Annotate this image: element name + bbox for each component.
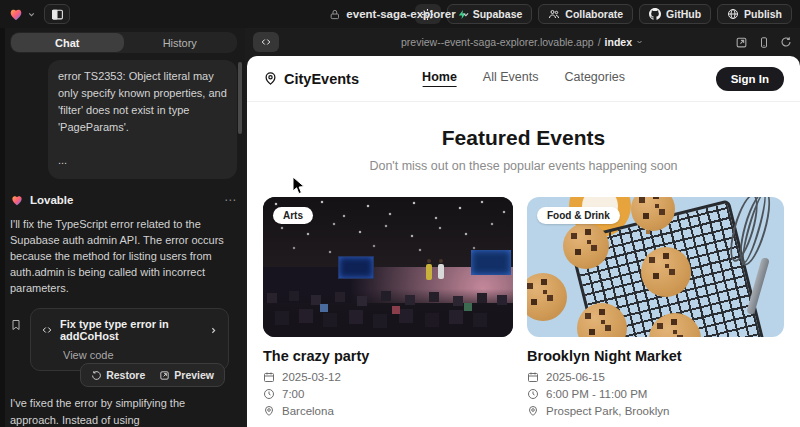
message-action-bar: Restore Preview [80,363,225,387]
lock-icon [329,9,340,20]
user-message-bubble: error TS2353: Object literal may only sp… [48,60,237,179]
lovable-heart-icon [8,6,24,22]
chevron-down-icon [636,38,644,46]
site-brand[interactable]: CityEvents [263,71,359,87]
tool-call-title: Fix type type error in addCoHost [60,318,202,342]
site-header: CityEvents Home All Events Categories Si… [247,56,800,102]
project-name: event-saga-explorer [346,8,455,20]
bookmark-icon[interactable] [10,318,22,332]
site-brand-name: CityEvents [284,71,359,87]
user-message-ellipsis: ... [58,152,227,169]
clock-icon [527,388,539,400]
panel-icon [51,8,64,21]
event-date: 2025-06-15 [546,371,605,383]
assistant-message-1: I'll fix the TypeScript error related to… [10,216,237,296]
preview-label: Preview [174,369,214,381]
section-subtitle: Don't miss out on these popular events h… [247,159,800,173]
restore-label: Restore [106,369,145,381]
preview-toolbar: preview--event-saga-explorer.lovable.app… [245,28,800,56]
open-in-new-tab-button[interactable] [735,36,748,49]
github-button[interactable]: GitHub [639,4,711,24]
refresh-button[interactable] [780,36,792,48]
event-title: The crazy party [263,348,513,364]
event-card[interactable]: Arts The crazy party 2025-03-12 [263,197,513,417]
sign-in-button[interactable]: Sign In [716,67,784,91]
view-code-link[interactable]: View code [63,349,218,361]
event-time: 6:00 PM - 11:00 PM [546,388,647,400]
code-view-button[interactable] [253,32,279,52]
chevron-right-icon [209,326,218,335]
github-label: GitHub [666,8,701,20]
globe-icon [727,8,739,20]
event-card[interactable]: Food & Drink Brooklyn Night Market 2025-… [527,197,784,417]
github-icon [649,8,661,20]
nav-home[interactable]: Home [422,70,457,87]
lovable-logo-menu[interactable] [8,6,36,22]
chat-history-tabs: Chat History [10,32,237,53]
restore-icon [91,370,102,381]
event-title: Brooklyn Night Market [527,348,784,364]
preview-url-page: index [605,36,632,48]
publish-label: Publish [744,8,782,20]
event-time: 7:00 [282,388,304,400]
preview-url-bar[interactable]: preview--event-saga-explorer.lovable.app… [401,36,644,48]
preview-url-separator: / [598,36,601,48]
calendar-icon [527,371,539,383]
preview-panel: preview--event-saga-explorer.lovable.app… [245,28,800,427]
assistant-message-2: I've fixed the error by simplifying the … [10,395,237,427]
app-topbar: event-saga-explorer Supabase [0,0,800,28]
restore-button[interactable]: Restore [85,367,151,383]
event-image-cookies: Food & Drink [527,197,784,337]
assistant-name: Lovable [30,194,73,206]
lovable-heart-icon [10,193,24,207]
tab-chat[interactable]: Chat [11,33,124,52]
map-pin-icon [263,405,275,417]
tool-call-card[interactable]: Fix type type error in addCoHost View co… [30,308,229,371]
user-message-text: error TS2353: Object literal may only sp… [58,68,227,136]
event-location: Barcelona [282,405,334,417]
message-menu-button[interactable]: ⋯ [224,193,237,207]
chevron-down-icon [27,10,36,19]
project-name-button[interactable]: event-saga-explorer [329,8,470,20]
category-badge: Food & Drink [537,207,620,224]
preview-url-host: preview--event-saga-explorer.lovable.app [401,36,594,48]
tab-history[interactable]: History [124,33,237,52]
preview-button[interactable]: Preview [153,367,220,383]
external-link-icon [159,370,170,381]
nav-categories[interactable]: Categories [564,70,624,87]
chevron-down-icon [462,10,471,19]
event-image-conference: Arts [263,197,513,337]
code-icon [260,37,272,47]
map-pin-icon [527,405,539,417]
site-nav: Home All Events Categories [422,70,625,87]
collaborate-label: Collaborate [565,8,623,20]
code-icon [41,325,53,335]
site-preview: CityEvents Home All Events Categories Si… [247,56,800,427]
people-icon [548,8,560,20]
mouse-cursor [292,176,306,196]
calendar-icon [263,371,275,383]
event-location: Prospect Park, Brooklyn [546,405,669,417]
category-badge: Arts [273,207,313,224]
map-pin-icon [263,71,278,86]
collaborate-button[interactable]: Collaborate [538,4,633,24]
nav-all-events[interactable]: All Events [483,70,539,87]
clock-icon [263,388,275,400]
chat-panel: Chat History error TS2353: Object litera… [0,28,245,427]
publish-button[interactable]: Publish [717,4,792,24]
mobile-view-button[interactable] [758,36,770,49]
event-date: 2025-03-12 [282,371,341,383]
toggle-sidebar-button[interactable] [44,4,70,24]
chat-scrollbar[interactable] [238,62,242,134]
section-title: Featured Events [247,126,800,150]
supabase-label: Supabase [473,8,523,20]
